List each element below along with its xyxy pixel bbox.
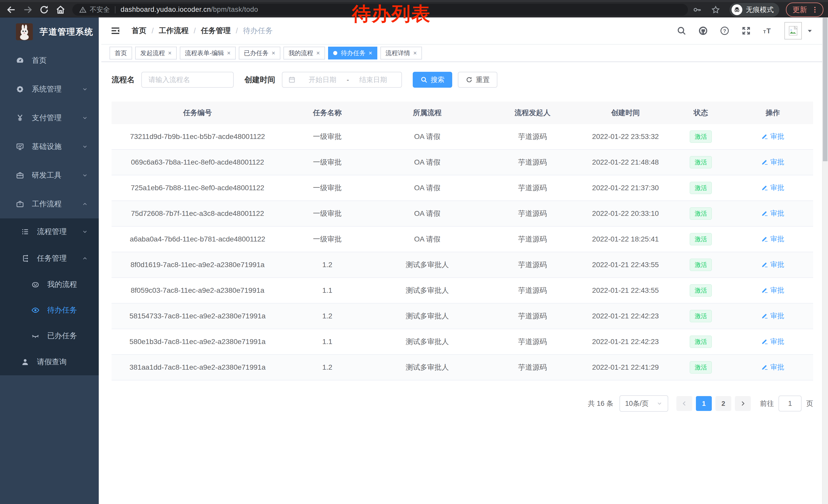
- back-icon[interactable]: [6, 5, 16, 15]
- sidebar-item-label: 待办任务: [47, 305, 77, 315]
- svg-text:T: T: [767, 27, 771, 35]
- approve-link[interactable]: 审批: [761, 183, 784, 192]
- sidebar-item-done-task[interactable]: 已办任务: [0, 323, 99, 349]
- forward-icon[interactable]: [23, 5, 33, 15]
- tab-5[interactable]: 待办任务×: [328, 47, 377, 59]
- approve-link[interactable]: 审批: [761, 260, 784, 269]
- app-logo[interactable]: 芋道管理系统: [0, 17, 99, 46]
- browser-menu-dots-icon[interactable]: [811, 6, 819, 13]
- start-date-placeholder: 开始日期: [300, 75, 345, 84]
- cell-starter: 芋道源码: [484, 175, 582, 201]
- tab-close-icon[interactable]: ×: [369, 50, 372, 56]
- sidebar-item-todo-task[interactable]: 待办任务: [0, 297, 99, 323]
- sidebar-item-my-process[interactable]: 我的流程: [0, 272, 99, 297]
- tab-close-icon[interactable]: ×: [168, 50, 172, 56]
- approve-link[interactable]: 审批: [761, 157, 784, 167]
- sidebar-item-system-mgmt[interactable]: 系统管理: [0, 75, 99, 103]
- chevron-down-icon: [82, 172, 88, 178]
- cell-process: 测试多审批人: [371, 329, 484, 355]
- sidebar-item-infrastructure[interactable]: 基础设施: [0, 132, 99, 161]
- chevron-down-icon: [82, 115, 88, 121]
- cell-process: OA 请假: [371, 149, 484, 175]
- sidebar-fold-icon[interactable]: [111, 26, 120, 36]
- prev-page-button[interactable]: [676, 396, 692, 411]
- sidebar-item-label: 请假查询: [37, 357, 67, 367]
- end-date-placeholder: 结束日期: [350, 75, 396, 84]
- monitor-icon: [16, 142, 24, 151]
- sidebar-item-label: 已办任务: [47, 331, 77, 341]
- dashboard-icon: [16, 56, 24, 64]
- cell-task-id: 75d72608-7b7f-11ec-a3c8-acde48001122: [112, 201, 283, 226]
- user-icon: [21, 358, 29, 366]
- tab-close-icon[interactable]: ×: [316, 50, 320, 56]
- sidebar-item-dev-tools[interactable]: 研发工具: [0, 161, 99, 190]
- bookmark-star-icon[interactable]: [711, 5, 720, 14]
- page-size-select[interactable]: 10条/页: [619, 395, 668, 412]
- approve-link[interactable]: 审批: [761, 286, 784, 295]
- search-icon[interactable]: [677, 26, 687, 36]
- sidebar-item-label: 研发工具: [32, 170, 61, 180]
- page-button-2[interactable]: 2: [715, 396, 731, 411]
- fullscreen-icon[interactable]: [741, 26, 751, 36]
- approve-link[interactable]: 审批: [761, 234, 784, 243]
- workflow-submenu: 流程管理任务管理我的流程待办任务已办任务请假查询: [0, 218, 99, 375]
- column-header: 所属流程: [371, 101, 484, 124]
- sidebar-item-process-mgmt[interactable]: 流程管理: [0, 218, 99, 245]
- chevron-down-icon: [82, 144, 88, 150]
- briefcase-icon: [16, 200, 24, 208]
- sidebar-item-home[interactable]: 首页: [0, 46, 99, 75]
- tab-4[interactable]: 我的流程×: [283, 47, 325, 59]
- page-scrollbar[interactable]: [822, 18, 828, 504]
- cell-starter: 芋道源码: [484, 226, 582, 252]
- cell-starter: 芋道源码: [484, 329, 582, 355]
- security-label[interactable]: 不安全: [90, 5, 110, 14]
- incognito-badge: 无痕模式: [730, 3, 779, 17]
- github-icon[interactable]: [698, 26, 708, 36]
- tab-6[interactable]: 流程详情×: [380, 47, 422, 59]
- reload-icon[interactable]: [39, 5, 49, 15]
- cell-starter: 芋道源码: [484, 201, 582, 226]
- tab-close-icon[interactable]: ×: [413, 50, 417, 56]
- breadcrumb-task-mgmt[interactable]: 任务管理: [201, 26, 231, 36]
- tab-close-icon[interactable]: ×: [272, 50, 275, 56]
- tab-1[interactable]: 发起流程×: [135, 47, 177, 59]
- cell-process: OA 请假: [371, 201, 484, 226]
- scrollbar-thumb[interactable]: [823, 18, 827, 161]
- home-icon[interactable]: [55, 5, 66, 15]
- approve-link[interactable]: 审批: [761, 132, 784, 141]
- breadcrumb-workflow[interactable]: 工作流程: [159, 26, 189, 36]
- avatar-caret-icon[interactable]: [806, 28, 813, 34]
- sidebar-item-payment-mgmt[interactable]: 支付管理: [0, 103, 99, 132]
- date-range-input[interactable]: 开始日期 - 结束日期: [282, 72, 402, 88]
- password-key-icon[interactable]: [693, 5, 702, 14]
- status-badge: 激活: [690, 310, 712, 322]
- search-button[interactable]: 搜索: [413, 72, 452, 88]
- sidebar-item-workflow[interactable]: 工作流程: [0, 190, 99, 218]
- status-badge: 激活: [690, 259, 712, 271]
- sidebar-item-leave-query[interactable]: 请假查询: [0, 349, 99, 375]
- approve-link[interactable]: 审批: [761, 337, 784, 346]
- tab-0[interactable]: 首页: [110, 47, 132, 59]
- sidebar-item-task-mgmt[interactable]: 任务管理: [0, 245, 99, 272]
- approve-link[interactable]: 审批: [761, 209, 784, 218]
- approve-link[interactable]: 审批: [761, 311, 784, 320]
- cell-process: OA 请假: [371, 175, 484, 201]
- font-size-icon[interactable]: TT: [763, 26, 773, 36]
- help-icon[interactable]: ?: [720, 26, 730, 36]
- tab-label: 我的流程: [289, 49, 313, 57]
- tab-2[interactable]: 流程表单-编辑×: [180, 47, 236, 59]
- status-badge: 激活: [690, 131, 712, 142]
- avatar[interactable]: [784, 22, 802, 40]
- approve-link[interactable]: 审批: [761, 363, 784, 372]
- breadcrumb-home[interactable]: 首页: [132, 26, 147, 36]
- update-button[interactable]: 更新: [786, 3, 823, 17]
- goto-page-input[interactable]: 1: [779, 396, 801, 411]
- tab-3[interactable]: 已办任务×: [239, 47, 280, 59]
- page-button-1[interactable]: 1: [696, 396, 712, 411]
- tab-close-icon[interactable]: ×: [227, 50, 231, 56]
- sidebar-item-label: 流程管理: [37, 227, 67, 237]
- process-name-label: 流程名: [112, 75, 135, 85]
- process-name-input[interactable]: 请输入流程名: [141, 72, 234, 88]
- next-page-button[interactable]: [735, 396, 751, 411]
- reset-button[interactable]: 重置: [458, 72, 497, 88]
